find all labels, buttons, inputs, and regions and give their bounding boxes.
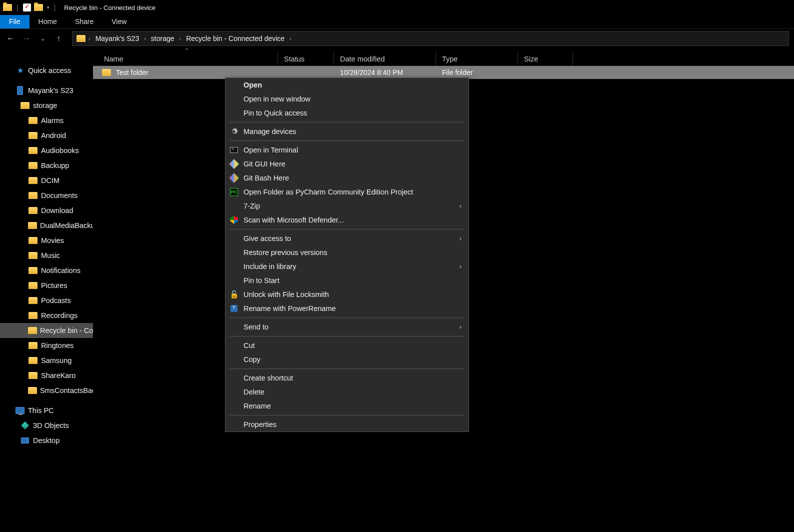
- menu-item-defender[interactable]: Scan with Microsoft Defender...: [226, 213, 468, 227]
- folder-icon: [28, 237, 38, 244]
- tab-file[interactable]: File: [0, 15, 30, 28]
- sidebar-item-folder[interactable]: Android: [0, 128, 93, 143]
- star-icon: ★: [17, 66, 24, 75]
- phone-icon: [17, 86, 23, 95]
- folder-icon: [28, 342, 38, 349]
- chevron-right-icon[interactable]: ›: [88, 36, 90, 42]
- menu-item-rename[interactable]: Rename: [226, 399, 468, 413]
- sidebar-item-folder[interactable]: DCIM: [0, 173, 93, 188]
- sidebar-item-folder[interactable]: Movies: [0, 233, 93, 248]
- sidebar-item-label: SmsContactsBackup: [40, 386, 93, 394]
- sidebar-item-folder[interactable]: Podcasts: [0, 293, 93, 308]
- menu-item-git-bash[interactable]: Git Bash Here: [226, 171, 468, 185]
- column-header-date[interactable]: Date modified: [334, 52, 436, 66]
- sidebar-item-label: Desktop: [33, 436, 60, 444]
- sidebar-item-folder[interactable]: Notifications: [0, 263, 93, 278]
- column-header-name[interactable]: Name: [93, 52, 278, 66]
- chevron-right-icon: ›: [460, 202, 462, 210]
- up-button[interactable]: ↑: [53, 33, 64, 44]
- breadcrumb-item[interactable]: storage: [149, 34, 176, 44]
- properties-quick-icon[interactable]: [23, 4, 31, 12]
- menu-item-open-terminal[interactable]: Open in Terminal: [226, 143, 468, 157]
- sidebar-item-folder[interactable]: DualMediaBackup: [0, 218, 93, 233]
- sidebar-item-folder[interactable]: Music: [0, 248, 93, 263]
- tab-home[interactable]: Home: [30, 15, 66, 28]
- menu-item-open-new-window[interactable]: Open in new window: [226, 92, 468, 106]
- column-header-type[interactable]: Type: [436, 52, 518, 66]
- breadcrumb[interactable]: › Mayank's S23 › storage › Recycle bin -…: [72, 31, 789, 46]
- menu-separator: [230, 140, 464, 141]
- menu-item-delete[interactable]: Delete: [226, 385, 468, 399]
- chevron-right-icon: ›: [460, 263, 462, 270]
- folder-icon: [28, 387, 37, 394]
- breadcrumb-item[interactable]: Mayank's S23: [94, 34, 142, 44]
- folder-icon: [28, 222, 37, 229]
- folder-icon: [28, 177, 38, 184]
- menu-item-give-access[interactable]: Give access to ›: [226, 232, 468, 246]
- sidebar-item-folder[interactable]: Pictures: [0, 278, 93, 293]
- sidebar-item-quick-access[interactable]: ★ Quick access: [0, 63, 93, 78]
- recent-dropdown[interactable]: ⌄: [37, 33, 48, 44]
- folder-icon: [76, 35, 86, 42]
- sidebar-item-folder[interactable]: Download: [0, 203, 93, 218]
- menu-separator: [230, 415, 464, 416]
- menu-item-powerrename[interactable]: Rename with PowerRename: [226, 302, 468, 316]
- menu-separator: [230, 229, 464, 230]
- desktop-icon: [21, 438, 29, 444]
- menu-item-pin-start[interactable]: Pin to Start: [226, 274, 468, 288]
- sidebar-item-folder[interactable]: Audiobooks: [0, 143, 93, 158]
- chevron-right-icon[interactable]: ›: [290, 36, 292, 42]
- menu-item-7zip[interactable]: 7-Zip ›: [226, 199, 468, 213]
- column-header-status[interactable]: Status: [278, 52, 334, 66]
- sidebar-item-label: Android: [41, 132, 66, 140]
- chevron-right-icon[interactable]: ›: [144, 36, 146, 42]
- sidebar-item-storage[interactable]: storage: [0, 98, 93, 113]
- sidebar-item-3d-objects[interactable]: 3D Objects: [0, 418, 93, 433]
- sidebar-item-folder[interactable]: Backupp: [0, 158, 93, 173]
- menu-item-include-library[interactable]: Include in library ›: [226, 260, 468, 274]
- sidebar-item-folder[interactable]: Samsung: [0, 353, 93, 368]
- sidebar-item-folder[interactable]: Recordings: [0, 308, 93, 323]
- menu-item-create-shortcut[interactable]: Create shortcut: [226, 371, 468, 385]
- menu-item-pin-quick-access[interactable]: Pin to Quick access: [226, 106, 468, 120]
- sidebar-item-folder[interactable]: Documents: [0, 188, 93, 203]
- sidebar-item-label: storage: [33, 102, 57, 110]
- sidebar-item-folder[interactable]: Alarms: [0, 113, 93, 128]
- context-menu: Open Open in new window Pin to Quick acc…: [225, 78, 469, 432]
- menu-item-cut[interactable]: Cut: [226, 338, 468, 352]
- chevron-right-icon[interactable]: ›: [180, 36, 182, 42]
- sidebar-item-folder[interactable]: SmsContactsBackup: [0, 383, 93, 398]
- menu-item-manage-devices[interactable]: Manage devices: [226, 124, 468, 138]
- folder-icon: [28, 282, 38, 289]
- menu-item-file-locksmith[interactable]: 🔓 Unlock with File Locksmith: [226, 288, 468, 302]
- sidebar-item-label: Quick access: [28, 66, 71, 74]
- folder-icon: [34, 4, 43, 11]
- menu-item-copy[interactable]: Copy: [226, 352, 468, 366]
- folder-icon: [3, 4, 12, 11]
- menu-item-pycharm[interactable]: PC Open Folder as PyCharm Community Edit…: [226, 185, 468, 199]
- menu-item-open[interactable]: Open: [226, 78, 468, 92]
- menu-separator: [230, 122, 464, 122]
- forward-button[interactable]: →: [21, 33, 32, 44]
- menu-item-git-gui[interactable]: Git GUI Here: [226, 157, 468, 171]
- navigation-tree: ★ Quick access Mayank's S23 storage Alar…: [0, 48, 93, 532]
- tab-view[interactable]: View: [102, 15, 136, 28]
- sidebar-item-folder[interactable]: Ringtones: [0, 338, 93, 353]
- sidebar-item-desktop[interactable]: Desktop: [0, 433, 93, 448]
- sidebar-item-folder[interactable]: ShareKaro: [0, 368, 93, 383]
- breadcrumb-item[interactable]: Recycle bin - Connected device: [184, 34, 286, 44]
- back-button[interactable]: ←: [5, 33, 16, 44]
- menu-item-send-to[interactable]: Send to ›: [226, 320, 468, 334]
- tab-share[interactable]: Share: [66, 15, 102, 28]
- sidebar-item-device[interactable]: Mayank's S23: [0, 83, 93, 98]
- menu-separator: [230, 336, 464, 336]
- column-header-size[interactable]: Size: [518, 52, 573, 66]
- gear-icon: [230, 127, 238, 136]
- dropdown-icon[interactable]: ▾: [47, 5, 50, 10]
- menu-item-properties[interactable]: Properties: [226, 418, 468, 432]
- sidebar-item-label: Movies: [41, 236, 64, 244]
- sidebar-item-label: Mayank's S23: [28, 86, 74, 94]
- menu-item-restore-versions[interactable]: Restore previous versions: [226, 246, 468, 260]
- sidebar-item-folder[interactable]: Recycle bin - Connected device: [0, 323, 93, 338]
- sidebar-item-this-pc[interactable]: This PC: [0, 403, 93, 418]
